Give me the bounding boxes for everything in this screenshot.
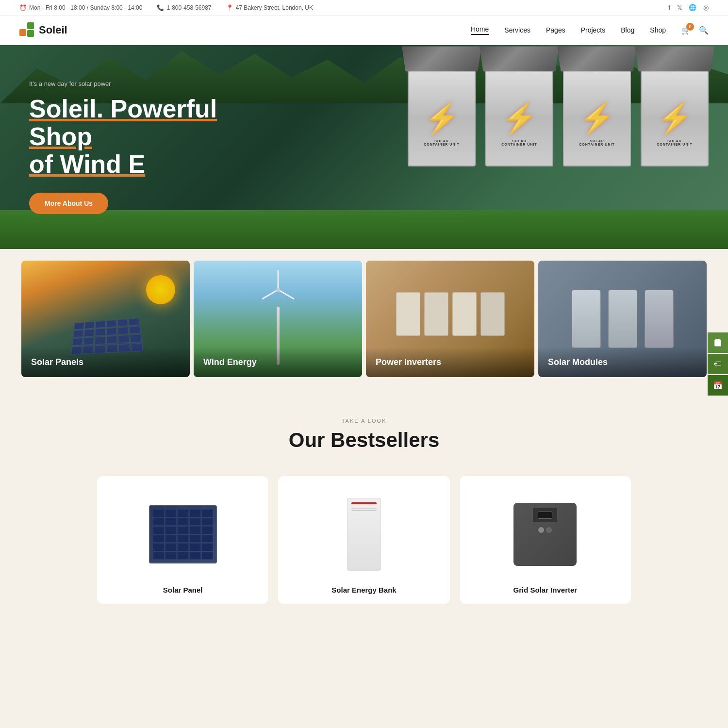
twitter-icon[interactable]: 𝕏	[677, 4, 682, 11]
category-power-inverters[interactable]: Power Inverters	[366, 261, 534, 377]
hero-section: ⚡ SOLARCONTAINER UNIT ⚡ SOLARCONTAINER U…	[0, 45, 728, 249]
product-grid-solar-inverter[interactable]: ✓ Grid Solar Inverter	[460, 476, 631, 604]
category-wind-energy[interactable]: Wind Energy	[194, 261, 362, 377]
power-inverters-overlay: Power Inverters	[366, 347, 534, 377]
grass-background	[0, 210, 728, 249]
product-grid-solar-inverter-name: Grid Solar Inverter	[469, 586, 621, 594]
hero-subtitle: It's a new day for solar power	[29, 80, 272, 87]
solar-unit-3: ⚡ SOLARCONTAINER UNIT	[563, 69, 631, 166]
nav-actions: 🛒 0 🔍	[681, 26, 709, 35]
product-grid-solar-inverter-image-area: ✓	[469, 491, 621, 578]
side-cart-button[interactable]	[708, 332, 728, 353]
lightning-icon-2: ⚡	[501, 101, 538, 135]
product-solar-energy-bank-image	[347, 498, 381, 571]
calendar-icon: 📅	[713, 381, 723, 390]
svg-rect-1	[27, 22, 34, 29]
topbar-address: 📍 47 Bakery Street, London, UK	[226, 4, 313, 11]
side-tag-button[interactable]: 🏷	[708, 354, 728, 374]
bestsellers-title: Our Bestsellers	[19, 429, 709, 452]
cart-badge: 0	[686, 23, 694, 31]
more-about-us-button[interactable]: More About Us	[29, 193, 108, 214]
globe-icon[interactable]: 🌐	[689, 4, 696, 11]
solar-modules-overlay: Solar Modules	[538, 347, 707, 377]
nav-services[interactable]: Services	[504, 26, 530, 34]
svg-rect-0	[19, 29, 26, 36]
instagram-icon[interactable]: ◎	[703, 4, 709, 11]
hero-title-highlight: Wind E	[60, 150, 146, 178]
side-panel: 🏷 📅	[708, 332, 728, 396]
product-solar-energy-bank-name: Solar Energy Bank	[288, 586, 440, 594]
social-links: f 𝕏 🌐 ◎	[668, 4, 709, 11]
cart-button[interactable]: 🛒 0	[681, 26, 691, 35]
solar-panels-overlay: Solar Panels	[21, 347, 190, 377]
solar-units-illustration: ⚡ SOLARCONTAINER UNIT ⚡ SOLARCONTAINER U…	[408, 69, 709, 166]
product-solar-energy-bank[interactable]: ✓ Solar Energy Bank	[278, 476, 449, 604]
side-calendar-button[interactable]: 📅	[708, 375, 728, 396]
clock-icon: ⏰	[19, 4, 27, 11]
nav-projects[interactable]: Projects	[581, 26, 606, 34]
solar-modules-label: Solar Modules	[548, 357, 608, 367]
power-inverters-label: Power Inverters	[376, 357, 441, 367]
nav-links: Home Services Pages Projects Blog Shop	[471, 25, 666, 35]
navbar: Soleil Home Services Pages Projects Blog…	[0, 16, 728, 45]
categories-section: for(let i=0;i<24;i++) document.write('<d…	[19, 259, 709, 379]
lightning-icon-4: ⚡	[657, 101, 693, 135]
product-solar-energy-bank-image-area: ✓	[288, 491, 440, 578]
nav-home[interactable]: Home	[471, 25, 489, 35]
search-button[interactable]: 🔍	[699, 26, 709, 35]
hero-title: Soleil. Powerful Shop of Wind E	[29, 95, 272, 179]
hero-content: It's a new day for solar power Soleil. P…	[0, 80, 301, 215]
lightning-icon-3: ⚡	[579, 101, 615, 135]
bestsellers-eyebrow: TAKE A LOOK	[19, 418, 709, 424]
solar-panels-label: Solar Panels	[31, 357, 83, 367]
tag-icon: 🏷	[714, 360, 722, 368]
nav-shop[interactable]: Shop	[650, 26, 666, 34]
category-solar-panels[interactable]: for(let i=0;i<24;i++) document.write('<d…	[21, 261, 190, 377]
nav-pages[interactable]: Pages	[546, 26, 565, 34]
solar-unit-1: ⚡ SOLARCONTAINER UNIT	[408, 69, 476, 166]
svg-rect-2	[27, 30, 34, 37]
logo[interactable]: Soleil	[19, 22, 67, 38]
lightning-icon-1: ⚡	[424, 101, 460, 135]
product-solar-panel-image: for(let i=0;i<30;i++) document.write('<d…	[149, 505, 217, 563]
wind-energy-overlay: Wind Energy	[194, 347, 362, 377]
bestsellers-section: TAKE A LOOK Our Bestsellers ✓ for(let i=…	[0, 389, 728, 623]
location-icon: 📍	[226, 4, 233, 11]
topbar: ⏰ Mon - Fri 8:00 - 18:00 / Sunday 8:00 -…	[0, 0, 728, 16]
topbar-hours: ⏰ Mon - Fri 8:00 - 18:00 / Sunday 8:00 -…	[19, 4, 142, 11]
side-cart-icon	[713, 338, 722, 347]
product-solar-panel[interactable]: ✓ for(let i=0;i<30;i++) document.write('…	[97, 476, 268, 604]
nav-blog[interactable]: Blog	[621, 26, 634, 34]
product-solar-panel-image-area: ✓ for(let i=0;i<30;i++) document.write('…	[107, 491, 259, 578]
product-solar-panel-name: Solar Panel	[107, 586, 259, 594]
logo-icon	[19, 22, 35, 38]
topbar-phone: 📞 1-800-458-56987	[157, 4, 211, 11]
category-solar-modules[interactable]: Solar Modules	[538, 261, 707, 377]
phone-icon: 📞	[157, 4, 164, 11]
solar-unit-2: ⚡ SOLARCONTAINER UNIT	[485, 69, 553, 166]
products-grid: ✓ for(let i=0;i<30;i++) document.write('…	[97, 476, 631, 604]
wind-energy-label: Wind Energy	[203, 357, 257, 367]
facebook-icon[interactable]: f	[668, 4, 670, 11]
product-grid-solar-inverter-image	[513, 503, 577, 566]
solar-unit-4: ⚡ SOLARCONTAINER UNIT	[641, 69, 709, 166]
